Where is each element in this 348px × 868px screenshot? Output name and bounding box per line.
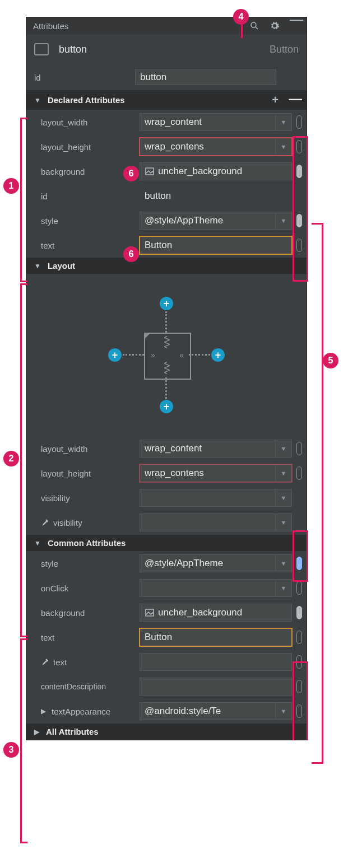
- section-all-header[interactable]: ▶ All Attributes: [26, 724, 307, 740]
- wrench-icon: [41, 519, 50, 526]
- overlay-line: [241, 25, 243, 38]
- resource-indicator[interactable]: [296, 557, 302, 570]
- attr-label: layout_height: [41, 142, 140, 152]
- attr-background: background uncher_background: [26, 159, 307, 184]
- attributes-panel: Attributes — button Button id button ▼ D…: [26, 17, 307, 740]
- attr-label: layout_height: [41, 469, 140, 478]
- component-type: Button: [270, 44, 299, 55]
- resource-indicator[interactable]: [296, 466, 302, 480]
- constraint-handle-left[interactable]: +: [108, 348, 122, 362]
- attr-value-dropdown[interactable]: wrap_contens ▼: [140, 464, 292, 482]
- search-icon[interactable]: [249, 21, 259, 31]
- chevron-down-icon[interactable]: ▼: [275, 514, 291, 531]
- constraint-handle-top[interactable]: +: [160, 297, 173, 310]
- resource-indicator[interactable]: [296, 239, 302, 252]
- attr-label: text: [41, 657, 140, 667]
- resource-indicator[interactable]: [296, 655, 302, 669]
- common-tools-text-row: text: [26, 650, 307, 674]
- attr-value[interactable]: Button: [140, 628, 292, 646]
- callout-badge: 6: [123, 246, 139, 262]
- common-textappearance-row: ▶ textAppearance @android:style/Te ▼: [26, 699, 307, 724]
- resource-indicator[interactable]: [296, 680, 302, 693]
- id-input[interactable]: button: [135, 69, 276, 85]
- image-icon: [145, 609, 155, 617]
- svg-line-1: [256, 27, 258, 29]
- attr-label: style: [41, 559, 140, 568]
- chevron-right-icon[interactable]: ▶: [41, 707, 46, 715]
- chevron-down-icon[interactable]: ▼: [275, 138, 291, 155]
- chevron-down-icon[interactable]: ▼: [275, 489, 291, 506]
- chevron-down-icon[interactable]: ▼: [275, 440, 291, 457]
- attr-label: contentDescription: [41, 682, 140, 691]
- attr-label: visibility: [41, 518, 140, 528]
- minimize-icon[interactable]: —: [290, 19, 300, 29]
- attr-value-dropdown[interactable]: ▼: [140, 514, 292, 531]
- section-layout-header[interactable]: ▼ Layout: [26, 258, 307, 274]
- attr-value-dropdown[interactable]: ▼: [140, 489, 292, 507]
- resource-indicator[interactable]: [296, 704, 302, 718]
- attr-value[interactable]: Button: [140, 236, 292, 254]
- attr-label: text: [41, 633, 140, 642]
- resource-indicator[interactable]: [296, 631, 302, 644]
- id-label: id: [34, 73, 129, 82]
- resource-indicator[interactable]: [296, 442, 302, 455]
- attr-value[interactable]: [140, 653, 292, 671]
- image-icon: [145, 167, 155, 175]
- attr-label: onClick: [41, 584, 140, 593]
- chevron-down-icon[interactable]: ▼: [275, 465, 291, 482]
- constraint-handle-bottom[interactable]: +: [160, 400, 173, 413]
- attr-value-dropdown[interactable]: ▼: [140, 579, 292, 597]
- component-icon: [34, 43, 49, 55]
- attr-value-dropdown[interactable]: @style/AppTheme ▼: [140, 212, 292, 230]
- overlay-bracket: [312, 223, 323, 740]
- attr-value[interactable]: button: [140, 187, 292, 205]
- attr-value[interactable]: [140, 678, 292, 696]
- attr-id: id button: [26, 184, 307, 208]
- overlay-bracket: [20, 118, 27, 282]
- resource-indicator[interactable]: [296, 140, 302, 153]
- section-declared-header[interactable]: ▼ Declared Attributes + —: [26, 90, 307, 110]
- common-style-row: style @style/AppTheme ▼: [26, 551, 307, 576]
- attr-value-dropdown[interactable]: wrap_content ▼: [140, 440, 292, 458]
- resource-indicator[interactable]: [296, 165, 302, 178]
- resource-indicator[interactable]: [296, 214, 302, 227]
- chevron-down-icon[interactable]: ▼: [275, 703, 291, 720]
- chevron-right-icon: »: [151, 351, 154, 360]
- common-contentdesc-row: contentDescription: [26, 674, 307, 699]
- attr-value[interactable]: uncher_background: [140, 162, 292, 180]
- resource-indicator[interactable]: [296, 115, 302, 129]
- component-name: button: [59, 44, 264, 55]
- attr-value[interactable]: uncher_background: [140, 604, 292, 622]
- section-all-title: All Attributes: [46, 727, 99, 736]
- chevron-down-icon[interactable]: ▼: [275, 212, 291, 229]
- id-row: id button: [26, 64, 307, 90]
- gear-icon[interactable]: [270, 21, 280, 31]
- chevron-down-icon[interactable]: ▼: [275, 580, 291, 596]
- tools-visibility-row: visibility ▼: [26, 510, 307, 535]
- constraint-widget[interactable]: + + + + » «: [26, 274, 307, 436]
- component-header: button Button: [26, 34, 307, 64]
- section-common-header[interactable]: ▼ Common Attributes: [26, 535, 307, 551]
- visibility-row: visibility ▼: [26, 486, 307, 510]
- attr-value-dropdown[interactable]: @android:style/Te ▼: [140, 702, 292, 720]
- constraint-handle-right[interactable]: +: [211, 348, 225, 362]
- chevron-down-icon[interactable]: ▼: [275, 555, 291, 572]
- add-attribute-icon[interactable]: +: [272, 94, 279, 106]
- resource-indicator[interactable]: [296, 606, 302, 619]
- chevron-down-icon[interactable]: ▼: [275, 114, 291, 130]
- attr-layout-width: layout_width wrap_content ▼: [26, 110, 307, 134]
- attr-style: style @style/AppTheme ▼: [26, 208, 307, 233]
- resource-indicator[interactable]: [296, 581, 302, 595]
- callout-badge: 5: [323, 353, 338, 368]
- panel-titlebar: Attributes —: [26, 17, 307, 34]
- spring-icon: [164, 362, 170, 374]
- panel-title: Attributes: [33, 21, 249, 31]
- attr-value-dropdown[interactable]: wrap_contens ▼: [140, 138, 292, 156]
- chevron-down-icon: ▼: [34, 96, 41, 104]
- attr-label: style: [41, 216, 140, 226]
- svg-point-0: [251, 22, 256, 27]
- attr-value-dropdown[interactable]: @style/AppTheme ▼: [140, 554, 292, 572]
- callout-badge: 6: [123, 166, 139, 181]
- overlay-bracket: [20, 638, 27, 740]
- attr-value-dropdown[interactable]: wrap_content ▼: [140, 113, 292, 131]
